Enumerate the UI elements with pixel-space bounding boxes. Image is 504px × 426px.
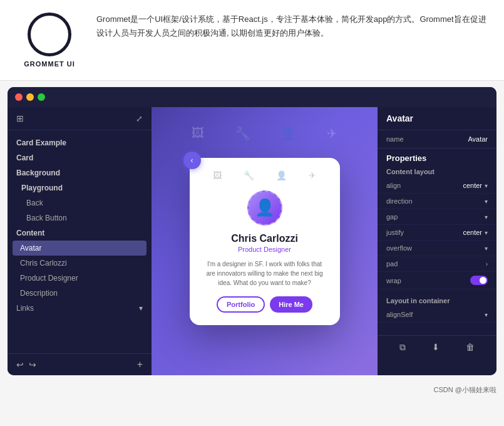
properties-title: Properties bbox=[378, 148, 496, 165]
card-back-btn[interactable]: ‹ bbox=[183, 152, 201, 169]
logo-area: GROMMET UI bbox=[15, 13, 84, 68]
card-buttons: Portfolio Hire Me bbox=[202, 296, 327, 313]
card-decorative-icons: 🖼 🔧 👤 ✈ bbox=[202, 170, 327, 180]
right-panel: Avatar name Avatar Properties Content la… bbox=[378, 107, 496, 375]
layout-container-label: Layout in container bbox=[378, 294, 496, 307]
align-value[interactable]: center ▾ bbox=[463, 182, 488, 189]
dot-red[interactable] bbox=[15, 93, 23, 101]
center-preview: 🖼🔧👤✈ 🎵⊞📦🔮 ‹ 🖼 🔧 👤 ✈ 👤 bbox=[152, 107, 378, 375]
sidebar-item-description[interactable]: Description bbox=[8, 286, 152, 301]
redo-icon[interactable]: ↪ bbox=[29, 360, 36, 370]
pad-arrow[interactable]: › bbox=[486, 261, 488, 268]
copy-icon[interactable]: ⧉ bbox=[399, 342, 406, 353]
name-label: name bbox=[386, 135, 404, 143]
overflow-label: overflow bbox=[386, 244, 412, 252]
align-chevron: ▾ bbox=[485, 182, 488, 189]
grommet-logo bbox=[28, 13, 71, 56]
sidebar-item-back-button[interactable]: Back Button bbox=[8, 210, 152, 226]
sidebar-item-content[interactable]: Content bbox=[8, 226, 152, 241]
undo-icon[interactable]: ↩ bbox=[16, 360, 24, 370]
panel-title: Avatar bbox=[378, 107, 496, 130]
wrap-label: wrap bbox=[386, 277, 401, 284]
wrap-row: wrap bbox=[378, 272, 496, 289]
alignself-row: alignSelf ▾ bbox=[378, 307, 496, 323]
download-icon[interactable]: ⬇ bbox=[432, 342, 440, 353]
direction-label: direction bbox=[386, 197, 413, 205]
sidebar-item-chris[interactable]: Chris Carlozzi bbox=[8, 256, 152, 271]
alignself-label: alignSelf bbox=[386, 311, 413, 318]
chevron-down-icon: ▾ bbox=[139, 304, 143, 313]
portfolio-button[interactable]: Portfolio bbox=[217, 296, 265, 313]
justify-row: justify center ▾ bbox=[378, 225, 496, 241]
sidebar-item-background[interactable]: Background bbox=[8, 165, 152, 180]
footer-icons: ↩ ↪ bbox=[16, 360, 36, 370]
sidebar-item-links[interactable]: Links ▾ bbox=[8, 301, 152, 316]
export-icon[interactable]: ⤢ bbox=[136, 114, 143, 123]
sidebar: ⊞ ⤢ Card Example Card Background Playgro… bbox=[8, 107, 152, 375]
direction-row: direction ▾ bbox=[378, 194, 496, 209]
sidebar-item-product-designer[interactable]: Product Designer bbox=[8, 271, 152, 286]
overflow-chevron[interactable]: ▾ bbox=[485, 245, 488, 252]
justify-chevron: ▾ bbox=[485, 229, 488, 236]
overflow-row: overflow ▾ bbox=[378, 241, 496, 256]
card-avatar: 👤 bbox=[247, 190, 282, 226]
grid-icon: ⊞ bbox=[16, 113, 24, 123]
card-job-title: Product Designer bbox=[202, 246, 327, 253]
main-content: ⊞ ⤢ Card Example Card Background Playgro… bbox=[8, 107, 496, 375]
card-avatar-wrap: 👤 bbox=[202, 190, 327, 226]
top-section: GROMMET UI Grommet是一个UI框架/设计系统，基于React.j… bbox=[0, 0, 504, 81]
pad-label: pad bbox=[386, 260, 398, 268]
pad-row: pad › bbox=[378, 256, 496, 272]
card-description: I'm a designer in SF. I work with folks … bbox=[202, 259, 327, 288]
align-row: align center ▾ bbox=[378, 178, 496, 194]
sidebar-item-avatar[interactable]: Avatar bbox=[13, 241, 147, 256]
logo-text: GROMMET UI bbox=[24, 60, 75, 68]
sidebar-item-card-example[interactable]: Card Example bbox=[8, 135, 152, 150]
content-layout-label: Content layout bbox=[378, 165, 496, 178]
gap-chevron[interactable]: ▾ bbox=[485, 214, 488, 221]
title-bar bbox=[8, 87, 496, 107]
hire-button[interactable]: Hire Me bbox=[270, 296, 312, 313]
sidebar-item-back[interactable]: Back bbox=[8, 195, 152, 210]
app-window: ⊞ ⤢ Card Example Card Background Playgro… bbox=[8, 87, 496, 375]
sidebar-item-card[interactable]: Card bbox=[8, 150, 152, 165]
justify-value[interactable]: center ▾ bbox=[463, 229, 488, 236]
panel-name-row: name Avatar bbox=[378, 130, 496, 148]
gap-row: gap ▾ bbox=[378, 209, 496, 225]
sidebar-header: ⊞ ⤢ bbox=[8, 107, 152, 130]
sidebar-item-playground[interactable]: Playground bbox=[8, 180, 152, 195]
bg-icons: 🖼🔧👤✈ bbox=[177, 126, 352, 141]
dot-yellow[interactable] bbox=[26, 93, 34, 101]
add-icon[interactable]: + bbox=[137, 359, 143, 370]
align-label: align bbox=[386, 182, 401, 189]
dot-green[interactable] bbox=[38, 93, 45, 101]
delete-icon[interactable]: 🗑 bbox=[466, 342, 475, 353]
sidebar-footer: ↩ ↪ + bbox=[8, 353, 152, 375]
card-component: ‹ 🖼 🔧 👤 ✈ 👤 Chris Carlozzi Product Desig… bbox=[190, 158, 340, 325]
watermark: CSDN @小猫娃来啦 bbox=[0, 382, 504, 398]
name-value: Avatar bbox=[468, 135, 488, 143]
panel-footer: ⧉ ⬇ 🗑 bbox=[378, 335, 496, 359]
gap-label: gap bbox=[386, 213, 398, 221]
direction-chevron[interactable]: ▾ bbox=[485, 198, 488, 205]
card-name: Chris Carlozzi bbox=[202, 233, 327, 244]
wrap-toggle[interactable] bbox=[470, 276, 488, 285]
alignself-chevron[interactable]: ▾ bbox=[485, 311, 488, 318]
justify-label: justify bbox=[386, 229, 404, 236]
sidebar-nav: Card Example Card Background Playground … bbox=[8, 130, 152, 353]
description: Grommet是一个UI框架/设计系统，基于React.js，专注于基本体验，简… bbox=[96, 13, 489, 40]
